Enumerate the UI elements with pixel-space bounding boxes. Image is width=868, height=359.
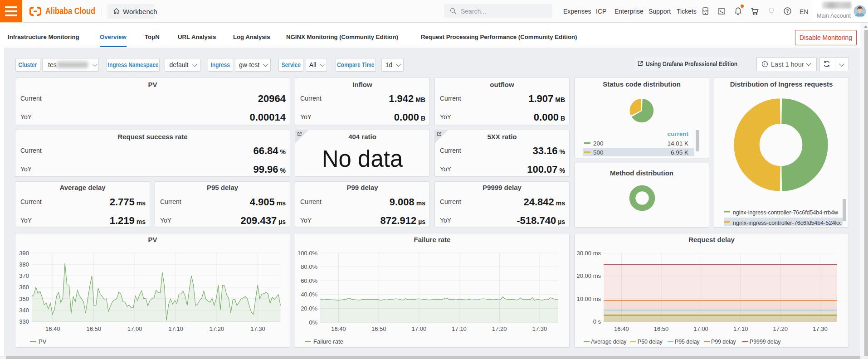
svg-text:17:10: 17:10: [168, 325, 183, 332]
svg-text:current: current: [667, 131, 688, 137]
svg-text:P95 delay: P95 delay: [675, 339, 700, 345]
svg-text:nginx-ingress-controller-76c6f: nginx-ingress-controller-76c6fd54b4-rrb4…: [733, 209, 838, 216]
svg-text:20.00 ms: 20.00 ms: [577, 272, 601, 279]
svg-text:350: 350: [19, 296, 29, 302]
svg-text:40.0%: 40.0%: [301, 291, 317, 298]
svg-text:17:30: 17:30: [250, 325, 265, 332]
svg-text:16:50: 16:50: [654, 325, 669, 332]
svg-text:P9999 delay: P9999 delay: [750, 339, 781, 345]
svg-text:Failure rate: Failure rate: [313, 338, 343, 345]
svg-text:200: 200: [593, 140, 604, 147]
svg-text:380: 380: [19, 261, 29, 268]
svg-text:14.01 K: 14.01 K: [667, 140, 688, 147]
svg-text:17:00: 17:00: [693, 325, 708, 332]
svg-text:P50 delay: P50 delay: [638, 339, 663, 345]
svg-text:17:20: 17:20: [773, 325, 788, 332]
svg-text:PV: PV: [39, 338, 47, 345]
svg-text:500: 500: [593, 149, 604, 156]
svg-text:6.95 K: 6.95 K: [671, 149, 688, 156]
svg-text:330: 330: [19, 318, 29, 325]
svg-text:17:30: 17:30: [813, 325, 828, 332]
svg-text:17:00: 17:00: [412, 325, 427, 332]
svg-text:16:50: 16:50: [371, 325, 386, 332]
svg-text:P99 delay: P99 delay: [711, 339, 736, 345]
svg-text:16:40: 16:40: [331, 325, 346, 332]
svg-text:17:10: 17:10: [452, 325, 467, 332]
svg-text:16:40: 16:40: [45, 325, 60, 332]
svg-text:390: 390: [19, 250, 29, 257]
svg-text:?: ?: [786, 9, 789, 14]
svg-text:60.0%: 60.0%: [301, 277, 317, 284]
svg-text:17:00: 17:00: [127, 325, 142, 332]
svg-text:0%: 0%: [309, 319, 317, 326]
svg-text:20.0%: 20.0%: [301, 305, 317, 312]
svg-text:Average delay: Average delay: [591, 339, 627, 345]
svg-text:30.00 ms: 30.00 ms: [577, 250, 601, 257]
svg-text:17:10: 17:10: [733, 325, 748, 332]
svg-text:100.0%: 100.0%: [297, 250, 318, 257]
svg-text:17:20: 17:20: [210, 325, 224, 332]
svg-text:17:30: 17:30: [532, 325, 547, 332]
svg-text:340: 340: [19, 307, 29, 314]
svg-text:APP: APP: [702, 10, 708, 12]
svg-text:16:50: 16:50: [86, 325, 101, 332]
svg-text:360: 360: [19, 284, 29, 291]
svg-text:17:20: 17:20: [492, 325, 507, 332]
svg-text:370: 370: [19, 272, 29, 279]
svg-text:80.0%: 80.0%: [301, 263, 317, 270]
svg-text:10.00 ms: 10.00 ms: [577, 296, 601, 302]
svg-text:nginx-ingress-controller-76c6f: nginx-ingress-controller-76c6fd54b4-524k…: [733, 219, 841, 226]
svg-text:0 s: 0 s: [593, 318, 601, 325]
svg-text:16:40: 16:40: [614, 325, 629, 332]
